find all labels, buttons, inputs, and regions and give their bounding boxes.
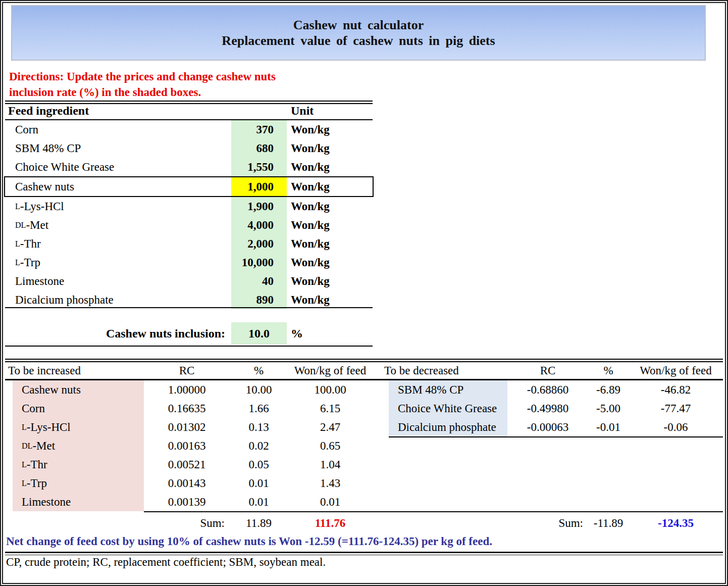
decrease-pct-header: % [588,364,629,377]
price-input-cell[interactable]: 1,900 [231,197,287,216]
cost-value: 0.65 [288,436,373,455]
directions-line-2: inclusion rate (%) in the shaded boxes. [9,84,276,100]
inclusion-label: Cashew nuts inclusion: [5,322,231,345]
increase-name: -Lys-HCl [27,421,71,434]
decrease-row: Choice White Grease -0.49980 -5.00 -77.4… [381,399,723,418]
increase-name: -Thr [27,458,47,471]
decrease-sum-label: Sum: [507,517,588,530]
price-input-cell[interactable]: 10,000 [231,253,287,272]
ingredient-name: Choice White Grease [15,161,114,174]
decrease-table-bottom-rule [389,436,723,437]
feed-table: Corn 370 Won/kg SBM 48% CP 680 Won/kg Ch… [5,120,373,309]
decrease-name: Dicalcium phosphate [398,421,496,434]
pct-value: 0.02 [230,436,288,455]
increase-name: Cashew nuts [22,383,81,397]
feed-table-bottom-rule [5,307,373,308]
decrease-row: Dicalcium phosphate -0.00063 -0.01 -0.06 [381,418,723,436]
pct-value: -6.89 [588,380,629,399]
feed-row-met: DL-Met 4,000 Won/kg [5,216,373,234]
feed-row-cashew-nuts-selected: Cashew nuts 1,000 Won/kg [4,176,374,197]
unit-label: Won/kg [287,272,373,290]
cost-value: 2.47 [288,418,373,436]
decrease-name: Choice White Grease [398,402,497,415]
sum-row: Sum: 11.89 111.76 Sum: -11.89 -124.35 [5,513,723,534]
rc-value: -0.68860 [507,380,588,399]
directions-line-1: Directions: Update the prices and change… [9,69,276,84]
rc-value: 0.00143 [144,474,230,493]
increase-row: Limestone 0.00139 0.01 0.01 [5,493,373,511]
net-change-text: Net change of feed cost by using 10% of … [6,535,722,548]
increase-pct-header: % [230,364,288,377]
cost-value: 100.00 [288,380,373,399]
unit-label: Won/kg [287,290,373,309]
price-input-cell[interactable]: 890 [231,290,287,309]
price-input-cell[interactable]: 4,000 [231,216,287,234]
price-input-cell[interactable]: 1,550 [231,158,287,176]
increase-rc-header: RC [144,364,230,377]
increase-name: -Met [32,439,55,453]
net-change-rule [5,552,723,555]
unit-label: Won/kg [287,197,373,216]
decrease-sum-pct: -11.89 [588,517,629,530]
increase-row: L-Thr 0.00521 0.05 1.04 [5,455,373,474]
pct-value: 1.66 [230,399,288,418]
inclusion-unit: % [287,322,373,345]
rc-value: -0.49980 [507,399,588,418]
decrease-rc-header: RC [507,364,588,377]
inclusion-row: Cashew nuts inclusion: 10.0 % [5,322,373,345]
decrease-name: SBM 48% CP [398,383,463,397]
rc-value: 0.00521 [144,455,230,474]
increase-sum-pct: 11.89 [230,517,288,530]
ingredient-name: Limestone [15,275,64,288]
title-banner: Cashew nut calculator Replacement value … [11,5,706,61]
feed-row-lys: L-Lys-HCl 1,900 Won/kg [5,197,373,216]
increase-cost-header: Won/kg of feed [288,364,373,377]
cost-value: -0.06 [629,418,723,436]
price-input-cell[interactable]: 40 [231,272,287,290]
abbreviations-footnote: CP, crude protein; RC, replacement coeff… [6,556,722,569]
price-input-cell[interactable]: 370 [231,120,287,139]
unit-label: Won/kg [287,216,373,234]
unit-label: Won/kg [287,177,373,196]
increase-header: To be increased [5,364,144,377]
increase-name: Limestone [22,496,71,509]
sum-top-rule [144,511,723,512]
feed-row-sbm: SBM 48% CP 680 Won/kg [5,139,373,158]
feed-table-header: Feed ingredient Unit [5,103,373,119]
rc-value: 1.00000 [144,380,230,399]
rc-value: 0.01302 [144,418,230,436]
pct-value: 0.01 [230,474,288,493]
cashew-calculator-sheet: Cashew nut calculator Replacement value … [0,0,728,586]
feed-row-corn: Corn 370 Won/kg [5,120,373,139]
ingredient-name: -Met [26,219,48,232]
decrease-table: SBM 48% CP -0.68860 -6.89 -46.82 Choice … [381,380,723,436]
feed-row-dicalcium: Dicalcium phosphate 890 Won/kg [5,290,373,309]
feed-ingredient-header: Feed ingredient [5,104,231,118]
feed-row-trp: L-Trp 10,000 Won/kg [5,253,373,272]
rc-value: 0.16635 [144,399,230,418]
pct-value: 0.13 [230,418,288,436]
unit-label: Won/kg [287,139,373,158]
increase-sum-cost: 111.76 [288,517,373,530]
decrease-row: SBM 48% CP -0.68860 -6.89 -46.82 [381,380,723,399]
pct-value: -5.00 [588,399,629,418]
cashew-price-input-cell[interactable]: 1,000 [231,177,287,196]
price-input-cell[interactable]: 2,000 [231,234,287,253]
pct-value: 0.01 [230,493,288,511]
price-input-cell[interactable]: 680 [231,139,287,158]
increase-name: -Trp [27,477,47,490]
cost-value: 1.04 [288,455,373,474]
inclusion-input-cell[interactable]: 10.0 [231,322,287,345]
increase-row: DL-Met 0.00163 0.02 0.65 [5,436,373,455]
ingredient-name: -Thr [20,237,41,251]
cost-value: -46.82 [629,380,723,399]
cost-value: -77.47 [629,399,723,418]
feed-row-limestone: Limestone 40 Won/kg [5,272,373,290]
ingredient-name: SBM 48% CP [15,142,81,155]
rc-value: 0.00163 [144,436,230,455]
increase-sum-label: Sum: [144,517,230,530]
increase-row: Corn 0.16635 1.66 6.15 [5,399,373,418]
unit-label: Won/kg [287,234,373,253]
unit-label: Won/kg [287,253,373,272]
rc-value: 0.00139 [144,493,230,511]
